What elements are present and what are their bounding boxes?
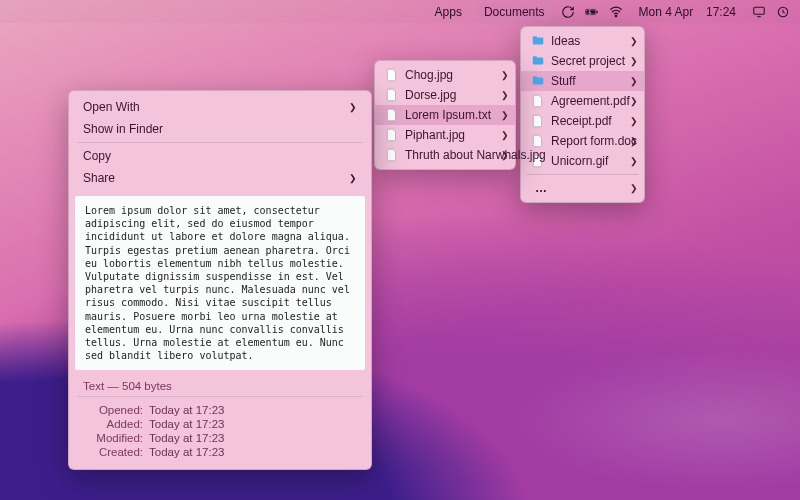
- menu-item-label: Unicorn.gif: [551, 154, 608, 168]
- meta-val: Today at 17:23: [149, 446, 224, 458]
- menu-item[interactable]: Stuff❯: [521, 71, 644, 91]
- stuff-submenu[interactable]: Chog.jpg❯Dorse.jpg❯Lorem Ipsum.txt❯Pipha…: [374, 60, 516, 170]
- action-share[interactable]: Share ❯: [69, 167, 371, 189]
- file-summary: Text — 504 bytes: [69, 376, 371, 394]
- file-panel: Open With ❯ Show in Finder Copy Share ❯ …: [68, 90, 372, 470]
- menu-item[interactable]: Ideas❯: [521, 31, 644, 51]
- menu-label: Documents: [484, 5, 545, 19]
- svg-rect-1: [596, 10, 597, 13]
- file-icon: [385, 128, 399, 142]
- chevron-right-icon: ❯: [349, 102, 357, 112]
- time-label: 17:24: [706, 5, 736, 19]
- action-label: Show in Finder: [83, 122, 163, 136]
- menu-item-label: Stuff: [551, 74, 575, 88]
- menu-item[interactable]: Thruth about Narwhals.jpg❯: [375, 145, 515, 165]
- chevron-right-icon: ❯: [630, 76, 638, 86]
- chevron-right-icon: ❯: [501, 130, 509, 140]
- separator: [77, 396, 363, 397]
- folder-icon: [531, 54, 545, 68]
- menu-item-label: Piphant.jpg: [405, 128, 465, 142]
- chevron-right-icon: ❯: [349, 173, 357, 183]
- meta-val: Today at 17:23: [149, 432, 224, 444]
- svg-rect-4: [754, 7, 765, 14]
- menu-item[interactable]: Lorem Ipsum.txt❯: [375, 105, 515, 125]
- separator: [527, 174, 638, 175]
- action-open-with[interactable]: Open With ❯: [69, 96, 371, 118]
- meta-key: Created:: [83, 446, 143, 458]
- file-icon: [531, 94, 545, 108]
- meta-key: Opened:: [83, 404, 143, 416]
- chevron-right-icon: ❯: [501, 110, 509, 120]
- file-icon: [385, 108, 399, 122]
- meta-key: Modified:: [83, 432, 143, 444]
- action-label: Share: [83, 171, 115, 185]
- wifi-icon[interactable]: [609, 5, 623, 19]
- svg-point-3: [615, 15, 617, 17]
- action-show-in-finder[interactable]: Show in Finder: [69, 118, 371, 140]
- menu-item[interactable]: Agreement.pdf❯: [521, 91, 644, 111]
- chevron-right-icon: ❯: [630, 36, 638, 46]
- file-icon: [385, 148, 399, 162]
- menu-item-label: Agreement.pdf: [551, 94, 630, 108]
- menu-item-label: Report form.doc: [551, 134, 637, 148]
- display-icon[interactable]: [752, 5, 766, 19]
- file-icon: [531, 114, 545, 128]
- menu-item[interactable]: Receipt.pdf❯: [521, 111, 644, 131]
- chevron-right-icon: ❯: [630, 156, 638, 166]
- action-label: Copy: [83, 149, 111, 163]
- date-label: Mon 4 Apr: [639, 5, 694, 19]
- chevron-right-icon: ❯: [501, 90, 509, 100]
- ellipsis-icon: …: [531, 181, 549, 195]
- menu-item[interactable]: Chog.jpg❯: [375, 65, 515, 85]
- chevron-right-icon: ❯: [501, 70, 509, 80]
- menu-label: Apps: [435, 5, 462, 19]
- menubar-clock[interactable]: Mon 4 Apr 17:24: [633, 3, 742, 21]
- menubar-item-documents[interactable]: Documents: [478, 3, 551, 21]
- menu-item-label: Ideas: [551, 34, 580, 48]
- file-metadata: Opened:Today at 17:23 Added:Today at 17:…: [69, 399, 371, 469]
- chevron-right-icon: ❯: [501, 150, 509, 160]
- menu-item[interactable]: Dorse.jpg❯: [375, 85, 515, 105]
- svg-rect-2: [586, 10, 595, 14]
- menu-item-label: Lorem Ipsum.txt: [405, 108, 491, 122]
- menu-item-label: Receipt.pdf: [551, 114, 612, 128]
- menu-item-label: Thruth about Narwhals.jpg: [405, 148, 546, 162]
- menu-item-label: Chog.jpg: [405, 68, 453, 82]
- separator: [77, 142, 363, 143]
- action-copy[interactable]: Copy: [69, 145, 371, 167]
- sync-icon[interactable]: [561, 5, 575, 19]
- battery-icon[interactable]: [585, 5, 599, 19]
- file-icon: [385, 88, 399, 102]
- file-preview: Lorem ipsum dolor sit amet, consectetur …: [75, 196, 365, 370]
- menu-item[interactable]: Secret project❯: [521, 51, 644, 71]
- menu-item-label: Dorse.jpg: [405, 88, 456, 102]
- documents-dropdown[interactable]: Ideas❯Secret project❯Stuff❯Agreement.pdf…: [520, 26, 645, 203]
- file-icon: [385, 68, 399, 82]
- meta-val: Today at 17:23: [149, 418, 224, 430]
- folder-icon: [531, 34, 545, 48]
- clock-icon[interactable]: [776, 5, 790, 19]
- meta-key: Added:: [83, 418, 143, 430]
- menubar-item-apps[interactable]: Apps: [429, 3, 468, 21]
- chevron-right-icon: ❯: [630, 96, 638, 106]
- file-icon: [531, 134, 545, 148]
- chevron-right-icon: ❯: [630, 136, 638, 146]
- action-label: Open With: [83, 100, 140, 114]
- menu-item-label: Secret project: [551, 54, 625, 68]
- meta-val: Today at 17:23: [149, 404, 224, 416]
- menu-item[interactable]: Piphant.jpg❯: [375, 125, 515, 145]
- folder-icon: [531, 74, 545, 88]
- chevron-right-icon: ❯: [630, 183, 638, 193]
- actions-section: Open With ❯ Show in Finder Copy Share ❯: [69, 91, 371, 194]
- menubar: Apps Documents Mon 4 Apr 17:24: [0, 0, 800, 23]
- chevron-right-icon: ❯: [630, 116, 638, 126]
- chevron-right-icon: ❯: [630, 56, 638, 66]
- menu-more[interactable]: …❯: [521, 178, 644, 198]
